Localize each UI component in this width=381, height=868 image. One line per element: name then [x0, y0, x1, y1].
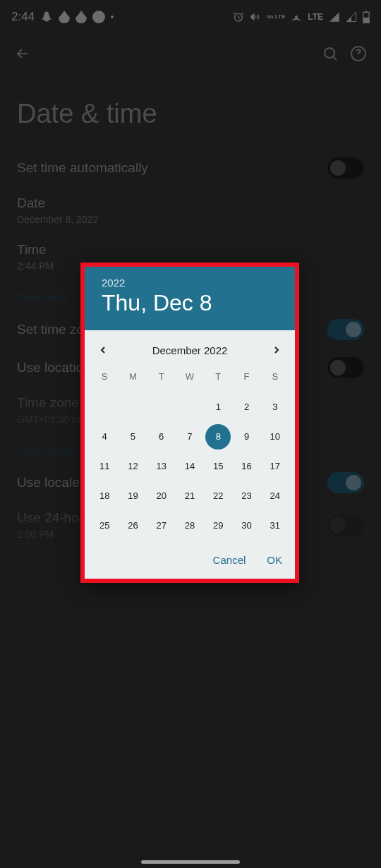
calendar-day[interactable]: 3: [262, 394, 288, 420]
dialog-header: 2022 Thu, Dec 8: [85, 267, 295, 330]
dialog-year[interactable]: 2022: [102, 277, 278, 289]
calendar-day[interactable]: 25: [92, 513, 117, 538]
calendar-day[interactable]: 29: [205, 513, 231, 538]
calendar-day[interactable]: 28: [177, 513, 202, 538]
calendar-day[interactable]: 6: [149, 424, 174, 450]
dialog-selected-date[interactable]: Thu, Dec 8: [102, 290, 278, 316]
calendar-day[interactable]: 24: [262, 483, 288, 509]
ok-button[interactable]: OK: [267, 554, 282, 566]
calendar-day[interactable]: 2: [234, 394, 260, 420]
nav-handle[interactable]: [141, 860, 240, 864]
calendar-day[interactable]: 7: [177, 424, 202, 450]
day-of-week: S: [90, 367, 119, 390]
calendar-day[interactable]: 27: [149, 513, 174, 538]
calendar-day[interactable]: 10: [262, 424, 288, 450]
calendar-day[interactable]: 19: [120, 483, 145, 509]
day-of-week: S: [261, 367, 289, 390]
calendar-day[interactable]: 9: [234, 424, 260, 450]
calendar-day[interactable]: 31: [262, 513, 288, 538]
calendar-day[interactable]: 26: [120, 513, 145, 538]
calendar-day[interactable]: 13: [149, 454, 174, 479]
next-month-button[interactable]: [267, 340, 286, 360]
calendar-day[interactable]: 15: [205, 454, 231, 479]
calendar-day[interactable]: 17: [262, 454, 288, 479]
calendar-day[interactable]: 23: [234, 483, 260, 509]
calendar-day[interactable]: 1: [205, 394, 231, 420]
calendar-day[interactable]: 30: [234, 513, 260, 538]
calendar-day[interactable]: 16: [234, 454, 260, 479]
calendar-day[interactable]: 8: [205, 424, 231, 450]
calendar-day[interactable]: 22: [205, 483, 231, 509]
day-of-week: M: [119, 367, 147, 390]
calendar-day[interactable]: 18: [92, 483, 117, 509]
day-of-week: T: [204, 367, 232, 390]
calendar-grid: SMTWTFS123456789101112131415161718192021…: [85, 366, 295, 544]
day-of-week: F: [232, 367, 260, 390]
day-of-week: T: [147, 367, 176, 390]
calendar-day[interactable]: 5: [120, 424, 145, 450]
calendar-day[interactable]: 12: [120, 454, 145, 479]
day-of-week: W: [176, 367, 204, 390]
prev-month-button[interactable]: [93, 340, 113, 360]
cancel-button[interactable]: Cancel: [213, 554, 246, 566]
calendar-day[interactable]: 4: [92, 424, 117, 450]
calendar-day[interactable]: 11: [92, 454, 117, 479]
date-picker-dialog: 2022 Thu, Dec 8 December 2022 SMTWTFS123…: [80, 263, 299, 583]
calendar-day[interactable]: 14: [177, 454, 202, 479]
calendar-day[interactable]: 21: [177, 483, 202, 509]
calendar-day[interactable]: 20: [149, 483, 174, 509]
month-label: December 2022: [152, 344, 228, 356]
